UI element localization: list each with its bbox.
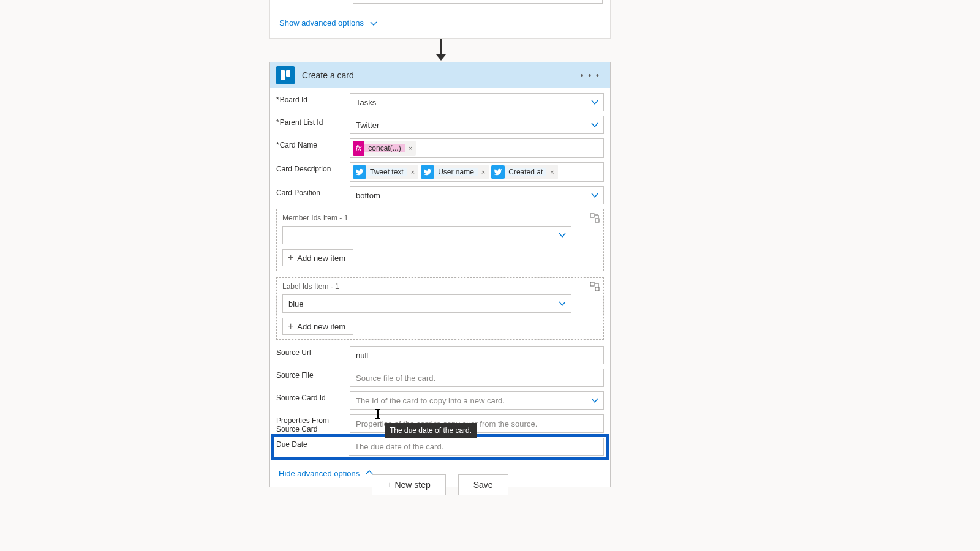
- label-ids-select[interactable]: [282, 294, 571, 313]
- previous-action-card: Show advanced options: [270, 0, 611, 39]
- show-advanced-link[interactable]: Show advanced options: [279, 18, 376, 28]
- card-position-select[interactable]: [350, 186, 604, 204]
- fx-icon: fx: [353, 141, 364, 156]
- board-id-label: Board Id: [276, 93, 350, 104]
- parent-list-id-label: Parent List Id: [276, 116, 350, 127]
- source-url-input[interactable]: [350, 346, 604, 364]
- plus-icon: +: [288, 253, 293, 263]
- dynamic-token-user-name[interactable]: User name ×: [421, 165, 489, 179]
- card-position-label: Card Position: [276, 186, 350, 197]
- show-advanced-label: Show advanced options: [279, 18, 364, 28]
- action-menu-button[interactable]: • • •: [577, 68, 604, 83]
- twitter-icon: [421, 165, 434, 179]
- save-button[interactable]: Save: [458, 474, 508, 495]
- token-label: concat(...): [364, 144, 404, 152]
- action-header[interactable]: Create a card • • •: [270, 62, 610, 88]
- member-ids-select[interactable]: [282, 226, 571, 244]
- member-ids-label: Member Ids Item - 1: [282, 214, 598, 222]
- svg-rect-2: [590, 282, 594, 286]
- label-ids-label: Label Ids Item - 1: [282, 282, 598, 291]
- footer-buttons: + New step Save: [270, 474, 611, 495]
- plus-icon: +: [288, 321, 293, 331]
- source-url-label: Source Url: [276, 346, 350, 357]
- member-ids-group: Member Ids Item - 1 + Add new item: [276, 209, 604, 271]
- expression-token[interactable]: fx concat(...) ×: [353, 141, 416, 156]
- source-file-label: Source File: [276, 369, 350, 380]
- props-from-source-label: Properties From Source Card: [276, 414, 350, 434]
- svg-rect-1: [595, 219, 599, 222]
- previous-input-stub[interactable]: [353, 0, 603, 4]
- svg-rect-3: [595, 287, 599, 291]
- add-item-label: Add new item: [297, 322, 345, 331]
- label-ids-group: Label Ids Item - 1 + Add new item: [276, 277, 604, 340]
- card-description-input[interactable]: Tweet text × User name × Created at ×: [350, 162, 604, 182]
- trello-icon: [276, 66, 295, 84]
- due-date-label: Due Date: [275, 438, 349, 449]
- new-step-button[interactable]: + New step: [372, 474, 445, 495]
- source-card-id-label: Source Card Id: [276, 391, 350, 402]
- source-card-id-select[interactable]: [350, 391, 604, 410]
- token-remove-button[interactable]: ×: [546, 168, 557, 176]
- add-label-id-button[interactable]: + Add new item: [282, 318, 353, 335]
- action-title: Create a card: [302, 70, 570, 80]
- card-description-label: Card Description: [276, 162, 350, 173]
- chevron-down-icon: [370, 20, 376, 26]
- token-label: Created at: [505, 168, 546, 176]
- token-label: User name: [434, 168, 478, 176]
- switch-to-array-button[interactable]: [590, 282, 600, 294]
- source-file-input[interactable]: [350, 369, 604, 387]
- token-remove-button[interactable]: ×: [407, 168, 418, 176]
- twitter-icon: [491, 165, 505, 179]
- token-label: Tweet text: [366, 168, 407, 176]
- add-item-label: Add new item: [297, 253, 345, 263]
- flow-connector-arrow: [438, 39, 444, 62]
- token-remove-button[interactable]: ×: [405, 144, 416, 152]
- due-date-tooltip: The due date of the card.: [385, 423, 477, 438]
- token-remove-button[interactable]: ×: [478, 168, 489, 176]
- dynamic-token-tweet-text[interactable]: Tweet text ×: [353, 165, 418, 179]
- card-name-input[interactable]: fx concat(...) ×: [350, 138, 604, 158]
- add-member-id-button[interactable]: + Add new item: [282, 249, 353, 266]
- board-id-select[interactable]: [350, 93, 604, 111]
- twitter-icon: [353, 165, 366, 179]
- parent-list-id-select[interactable]: [350, 116, 604, 134]
- card-name-label: Card Name: [276, 138, 350, 149]
- switch-to-array-button[interactable]: [590, 213, 600, 225]
- dynamic-token-created-at[interactable]: Created at ×: [491, 165, 557, 179]
- svg-rect-0: [590, 214, 594, 217]
- due-date-input[interactable]: [349, 438, 604, 456]
